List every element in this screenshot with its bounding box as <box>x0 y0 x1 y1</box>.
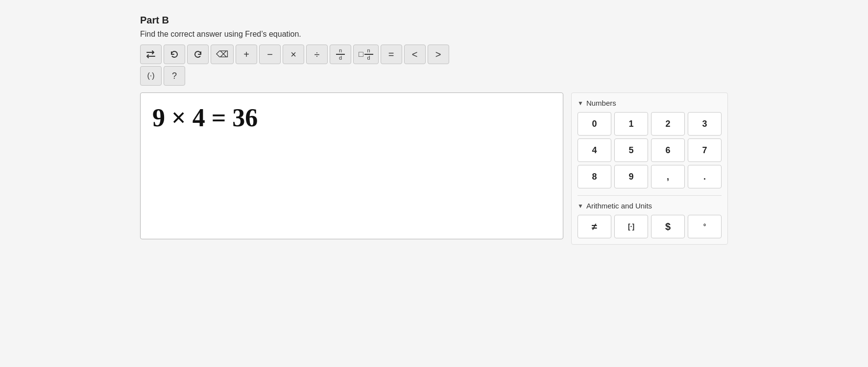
key-9[interactable]: 9 <box>614 165 648 188</box>
fraction-button[interactable]: n d <box>330 45 351 64</box>
arithmetic-section-header: ▼ Arithmetic and Units <box>578 202 722 210</box>
redo-button[interactable] <box>187 45 209 64</box>
minus-button[interactable]: − <box>259 45 281 64</box>
greater-than-button[interactable]: > <box>428 45 449 64</box>
key-bracket-dot[interactable]: [·] <box>614 215 648 238</box>
main-container: Part B Find the correct answer using Fre… <box>140 15 728 245</box>
less-than-button[interactable]: < <box>404 45 426 64</box>
fraction-icon: n d <box>336 48 345 61</box>
content-area: 9 × 4 = 36 ▼ Numbers 0 1 2 3 4 5 6 7 8 9… <box>140 92 728 245</box>
key-0[interactable]: 0 <box>578 112 611 136</box>
numbers-section-header: ▼ Numbers <box>578 99 722 107</box>
undo-button[interactable] <box>164 45 185 64</box>
keypad-panel: ▼ Numbers 0 1 2 3 4 5 6 7 8 9 , . ▼ Arit… <box>571 92 728 245</box>
key-not-equal[interactable]: ≠ <box>578 215 611 238</box>
arithmetic-section-label: Arithmetic and Units <box>586 202 652 210</box>
key-period[interactable]: . <box>688 165 722 188</box>
key-3[interactable]: 3 <box>688 112 722 136</box>
key-8[interactable]: 8 <box>578 165 611 188</box>
toolbar-row-1: ⌫ + − × ÷ n d □ n <box>140 45 728 64</box>
multiply-button[interactable]: × <box>283 45 304 64</box>
arithmetic-collapse-icon[interactable]: ▼ <box>578 203 583 209</box>
key-degree[interactable]: ° <box>688 215 722 238</box>
key-6[interactable]: 6 <box>651 138 685 162</box>
equation-display: 9 × 4 = 36 <box>152 103 258 133</box>
numbers-grid: 0 1 2 3 4 5 6 7 8 9 , . <box>578 112 722 188</box>
equation-box[interactable]: 9 × 4 = 36 <box>140 92 563 239</box>
swap-button[interactable] <box>140 45 162 64</box>
question-button[interactable]: ? <box>164 66 185 86</box>
plus-button[interactable]: + <box>236 45 257 64</box>
toolbar: ⌫ + − × ÷ n d □ n <box>140 45 728 86</box>
toolbar-row-2: (·) ? <box>140 66 728 86</box>
key-7[interactable]: 7 <box>688 138 722 162</box>
divide-button[interactable]: ÷ <box>306 45 328 64</box>
numbers-section-label: Numbers <box>586 99 616 107</box>
key-comma[interactable]: , <box>651 165 685 188</box>
instruction-text: Find the correct answer using Fred’s equ… <box>140 30 728 39</box>
numbers-collapse-icon[interactable]: ▼ <box>578 100 583 107</box>
mixed-number-icon: □ n d <box>359 48 373 61</box>
key-dollar[interactable]: $ <box>651 215 685 238</box>
mixed-number-button[interactable]: □ n d <box>353 45 379 64</box>
key-2[interactable]: 2 <box>651 112 685 136</box>
part-label: Part B <box>140 15 728 26</box>
key-4[interactable]: 4 <box>578 138 611 162</box>
parentheses-button[interactable]: (·) <box>140 66 162 86</box>
key-5[interactable]: 5 <box>614 138 648 162</box>
section-divider <box>578 195 722 196</box>
key-1[interactable]: 1 <box>614 112 648 136</box>
backspace-button[interactable]: ⌫ <box>211 45 234 64</box>
arithmetic-grid: ≠ [·] $ ° <box>578 215 722 238</box>
equals-button[interactable]: = <box>381 45 402 64</box>
